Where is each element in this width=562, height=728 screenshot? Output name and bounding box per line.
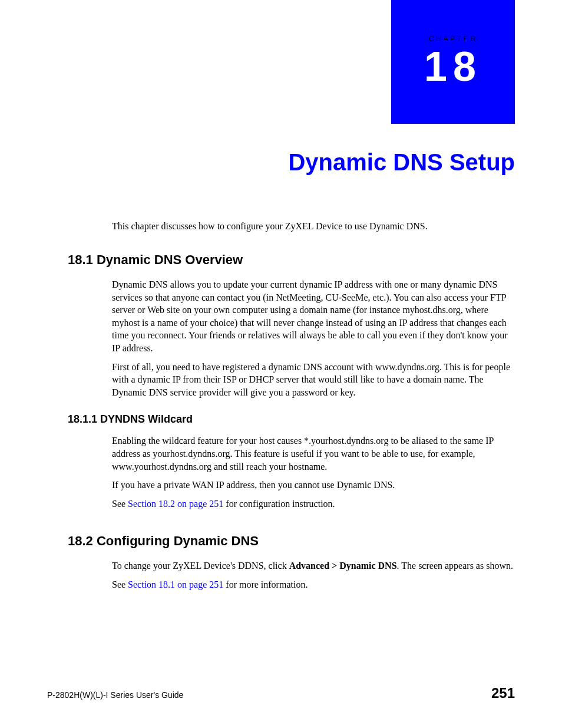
- chapter-label: CHAPTER: [424, 34, 482, 43]
- section-18-2-heading: 18.2 Configuring Dynamic DNS: [68, 533, 515, 549]
- page-footer: P-2802H(W)(L)-I Series User's Guide 251: [47, 685, 515, 701]
- footer-guide-name: P-2802H(W)(L)-I Series User's Guide: [47, 690, 183, 700]
- section-18-1-1-para3: See Section 18.2 on page 251 for configu…: [112, 498, 515, 510]
- page-number: 251: [491, 685, 515, 701]
- section-18-1-1-heading: 18.1.1 DYNDNS Wildcard: [68, 413, 515, 426]
- section-18-2-para1: To change your ZyXEL Device's DDNS, clic…: [112, 559, 515, 572]
- para2-prefix: See: [112, 579, 128, 589]
- cross-reference-link[interactable]: Section 18.2 on page 251: [128, 499, 223, 509]
- section-18-1-1-para1: Enabling the wildcard feature for your h…: [112, 434, 515, 473]
- cross-reference-link[interactable]: Section 18.1 on page 251: [128, 579, 223, 589]
- section-18-1-heading: 18.1 Dynamic DNS Overview: [68, 252, 515, 268]
- chapter-number-box: CHAPTER 18: [391, 0, 515, 124]
- chapter-number: 18: [424, 43, 482, 90]
- section-18-1-para2: First of all, you need to have registere…: [112, 361, 515, 399]
- chapter-title: Dynamic DNS Setup: [0, 149, 515, 176]
- para1-suffix: . The screen appears as shown.: [397, 561, 513, 571]
- menu-path-bold: Advanced > Dynamic DNS: [289, 561, 397, 571]
- para1-prefix: To change your ZyXEL Device's DDNS, clic…: [112, 561, 289, 571]
- para3-suffix: for configuration instruction.: [223, 499, 335, 509]
- chapter-inner: CHAPTER 18: [424, 34, 482, 90]
- page-content: This chapter discusses how to configure …: [68, 221, 515, 597]
- section-18-1-para1: Dynamic DNS allows you to update your cu…: [112, 278, 515, 355]
- section-18-1-1-para2: If you have a private WAN IP address, th…: [112, 479, 515, 492]
- para3-prefix: See: [112, 499, 128, 509]
- para2-suffix: for more information.: [223, 579, 308, 589]
- section-18-2-para2: See Section 18.1 on page 251 for more in…: [112, 578, 515, 591]
- chapter-intro: This chapter discusses how to configure …: [112, 221, 515, 232]
